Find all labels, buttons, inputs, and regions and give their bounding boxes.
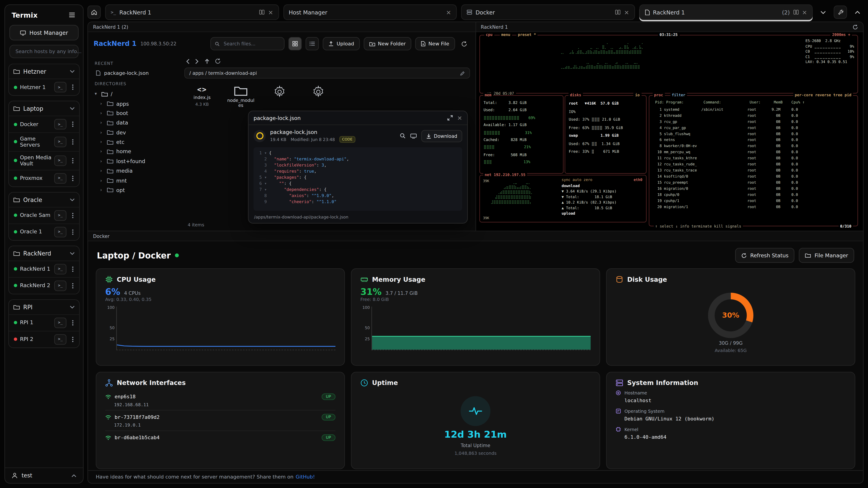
terminal-button[interactable]: >_ [54, 155, 66, 166]
host-item[interactable]: Oracle 1 >_ [9, 223, 79, 240]
host-menu-button[interactable] [69, 156, 76, 165]
terminal-button[interactable]: >_ [54, 173, 66, 184]
search-in-file-icon[interactable] [400, 133, 406, 139]
terminal-button[interactable]: >_ [54, 264, 66, 274]
tab-terminal-racknerd1[interactable]: >_ RackNerd 1 × [105, 4, 279, 20]
host-item[interactable]: Oracle Sam >_ [9, 207, 79, 223]
home-button[interactable] [88, 5, 101, 19]
new-file-button[interactable]: New File [415, 37, 455, 51]
file-search-input[interactable] [223, 40, 280, 47]
terminal-button[interactable]: >_ [54, 227, 66, 237]
chevron-up-icon[interactable] [71, 474, 76, 477]
close-icon[interactable]: × [457, 115, 462, 121]
sync-icon[interactable] [852, 24, 858, 30]
file-item-hidden[interactable] [304, 85, 333, 98]
host-item[interactable]: RackNerd 1 >_ [9, 260, 79, 277]
close-icon[interactable]: × [802, 9, 807, 15]
terminal-screen[interactable]: cpu menu preset * 03:31:25 2000ms + ⡀ ⢀ … [476, 32, 863, 231]
term-menu-label[interactable]: menu [500, 33, 512, 37]
net-modes[interactable]: sync auto zero [561, 177, 592, 182]
close-icon[interactable]: × [268, 9, 273, 15]
group-header[interactable]: Oracle [9, 192, 79, 207]
host-menu-button[interactable] [69, 210, 76, 220]
host-item[interactable]: Proxmox >_ [9, 170, 79, 186]
host-item[interactable]: RackNerd 2 >_ [9, 277, 79, 293]
term-preset-label[interactable]: preset * [516, 33, 538, 37]
host-item[interactable]: Docker >_ [9, 116, 79, 132]
expand-icon[interactable] [447, 115, 453, 121]
host-menu-button[interactable] [69, 264, 76, 274]
upload-button[interactable]: Upload [323, 37, 360, 51]
tree-dir[interactable]: ›home [100, 147, 179, 157]
host-menu-button[interactable] [69, 335, 76, 344]
forward-icon[interactable] [195, 58, 199, 64]
new-folder-button[interactable]: New Folder [364, 37, 411, 51]
tab-host-manager[interactable]: Host Manager × [283, 4, 457, 20]
sidebar-user-row[interactable]: test [5, 467, 83, 483]
tree-root[interactable]: ▾ / [95, 89, 179, 99]
github-link[interactable]: GitHub! [296, 474, 315, 480]
back-icon[interactable] [185, 58, 190, 64]
split-view-icon[interactable] [259, 9, 265, 15]
edit-path-icon[interactable] [460, 70, 465, 75]
file-manager-button[interactable]: File Manager [799, 248, 854, 263]
group-header[interactable]: Hetzner [9, 64, 79, 78]
hamburger-menu-icon[interactable] [66, 9, 78, 21]
term-io-label[interactable]: io [633, 93, 641, 97]
host-item[interactable]: Open Media Vault >_ [9, 151, 79, 170]
tree-dir[interactable]: ›mnt [100, 175, 179, 185]
host-search[interactable] [9, 45, 79, 58]
host-item[interactable]: RPI 1 >_ [9, 314, 79, 330]
host-item[interactable]: Game Servers >_ [9, 132, 79, 151]
host-item[interactable]: Hetzner 1 >_ [9, 78, 79, 95]
file-search[interactable] [211, 37, 285, 51]
tools-button[interactable] [834, 5, 847, 19]
tree-dir[interactable]: ›data [100, 118, 179, 128]
tree-dir[interactable]: ›dev [100, 127, 179, 137]
tab-files-racknerd1[interactable]: RackNerd 1 (2) × [639, 4, 813, 20]
group-header[interactable]: RackNerd [9, 246, 79, 260]
host-menu-button[interactable] [69, 120, 76, 129]
close-icon[interactable]: × [446, 9, 451, 15]
host-item[interactable]: RPI 2 >_ [9, 330, 79, 347]
breadcrumb[interactable]: / apps / termix-download-api [184, 68, 470, 78]
editor-icon[interactable] [410, 133, 416, 138]
process-list[interactable]: 1 systemd /sbin/init root 9.2M 0.0 2 kth… [653, 107, 854, 223]
terminal-button[interactable]: >_ [54, 281, 66, 291]
tab-docker[interactable]: Docker × [461, 4, 635, 20]
host-menu-button[interactable] [69, 227, 76, 236]
terminal-button[interactable]: >_ [54, 334, 66, 345]
terminal-button[interactable]: >_ [54, 82, 66, 92]
host-menu-button[interactable] [69, 137, 76, 147]
host-search-input[interactable] [14, 48, 83, 55]
tab-list-button[interactable] [817, 6, 829, 18]
grid-view-button[interactable] [288, 37, 302, 51]
list-view-button[interactable] [306, 37, 319, 51]
terminal-button[interactable]: >_ [54, 318, 66, 328]
host-menu-button[interactable] [69, 318, 76, 327]
term-proc-options[interactable]: per-core reverse tree pid [793, 93, 853, 97]
download-button[interactable]: Download [421, 130, 462, 142]
term-filter-label[interactable]: filter [670, 93, 687, 97]
terminal-button[interactable]: >_ [54, 137, 66, 147]
tree-dir[interactable]: ›apps [100, 99, 179, 108]
close-icon[interactable]: × [624, 9, 629, 15]
host-menu-button[interactable] [69, 281, 76, 290]
host-menu-button[interactable] [69, 83, 76, 92]
split-view-icon[interactable] [793, 9, 799, 15]
tree-dir[interactable]: ›media [100, 166, 179, 176]
tree-dir[interactable]: ›etc [100, 137, 179, 147]
up-icon[interactable] [204, 58, 210, 64]
tree-dir[interactable]: ›opt [100, 185, 179, 195]
tree-dir[interactable]: ›boot [100, 108, 179, 118]
code-preview[interactable]: 1 ▾ 2 3 4 5 ▾ 6 ▾ 7 ▾ 8 9 { "name": "ter… [254, 147, 462, 211]
split-view-icon[interactable] [615, 9, 621, 15]
terminal-button[interactable]: >_ [54, 210, 66, 221]
refresh-status-button[interactable]: Refresh Status [735, 248, 795, 263]
refresh-button[interactable] [459, 38, 470, 49]
file-item-hidden[interactable] [265, 85, 294, 98]
group-header[interactable]: RPI [9, 300, 79, 314]
refresh-icon[interactable] [215, 58, 221, 64]
collapse-button[interactable] [851, 6, 864, 18]
terminal-button[interactable]: >_ [54, 119, 66, 130]
